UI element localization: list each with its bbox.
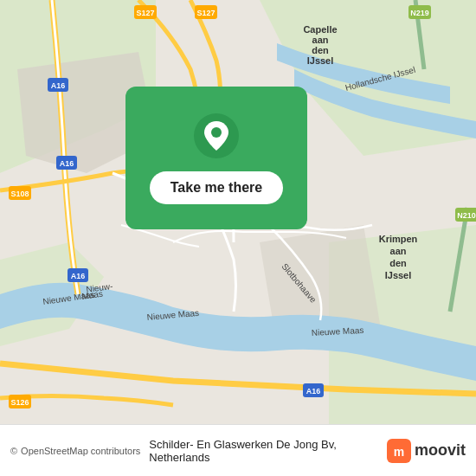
svg-point-44 xyxy=(211,127,222,138)
map-container: Hollandsche IJssel Nieuwe Maas Nieuwe Ma… xyxy=(0,0,476,424)
moovit-text: moovit xyxy=(415,441,466,460)
svg-text:aan: aan xyxy=(390,246,407,256)
svg-text:den: den xyxy=(312,45,329,55)
take-me-there-button[interactable]: Take me there xyxy=(150,171,283,204)
svg-text:S108: S108 xyxy=(10,190,29,198)
svg-text:N219: N219 xyxy=(410,9,429,17)
svg-text:m: m xyxy=(394,445,404,459)
business-info: Schilder- En Glaswerken De Jong Bv, Neth… xyxy=(149,438,387,464)
svg-text:den: den xyxy=(389,258,407,268)
svg-text:Krimpen: Krimpen xyxy=(379,234,418,244)
svg-text:IJssel: IJssel xyxy=(385,270,412,280)
svg-text:N210: N210 xyxy=(457,211,476,220)
svg-text:A16: A16 xyxy=(51,81,66,90)
location-card[interactable]: Take me there xyxy=(125,87,307,229)
svg-text:aan: aan xyxy=(312,35,329,45)
svg-text:IJssel: IJssel xyxy=(307,55,334,66)
moovit-icon: m xyxy=(387,439,411,463)
moovit-logo: m moovit xyxy=(387,439,466,463)
copyright-symbol: © xyxy=(10,446,17,456)
osm-text: OpenStreetMap contributors xyxy=(21,446,140,456)
svg-text:A16: A16 xyxy=(60,159,74,168)
osm-attribution: © OpenStreetMap contributors xyxy=(10,446,140,456)
svg-text:A16: A16 xyxy=(306,387,321,396)
bottom-bar: © OpenStreetMap contributors Schilder- E… xyxy=(0,424,476,476)
svg-text:A16: A16 xyxy=(71,272,86,280)
svg-text:S127: S127 xyxy=(136,9,154,17)
svg-text:S127: S127 xyxy=(196,9,215,17)
business-name: Schilder- En Glaswerken De Jong Bv, Neth… xyxy=(149,438,387,464)
svg-text:S126: S126 xyxy=(10,398,29,407)
svg-text:Capelle: Capelle xyxy=(303,24,337,35)
location-pin-icon xyxy=(193,113,240,159)
